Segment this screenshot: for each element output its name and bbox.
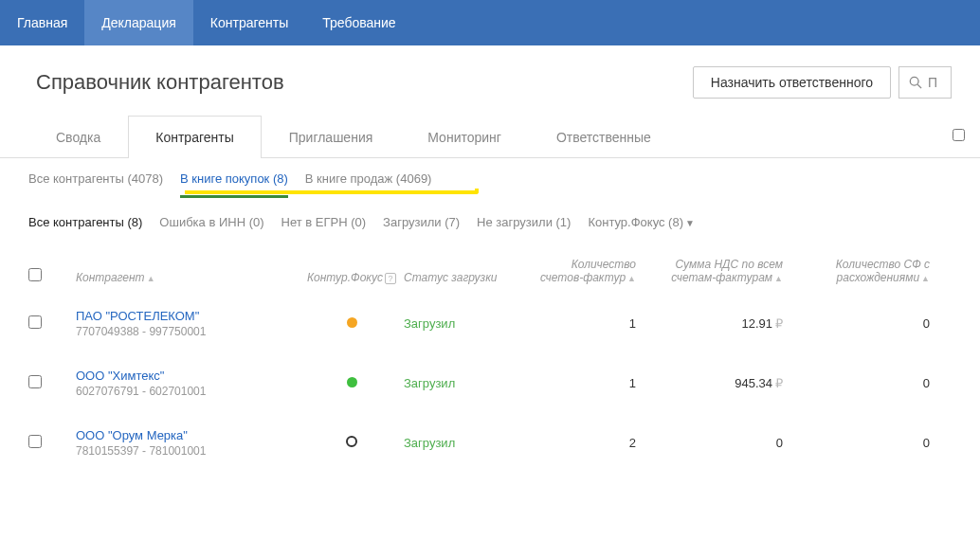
filter-item[interactable]: Нет в ЕГРН (0) (281, 215, 367, 229)
sum-cell: 12.91₽ (636, 316, 783, 331)
focus-cell (299, 436, 404, 450)
sort-arrow-icon: ▲ (147, 274, 155, 283)
status-text: Загрузил (404, 436, 455, 450)
status-dot-icon (347, 317, 357, 328)
count-cell: 1 (527, 316, 636, 331)
company-cell: ООО "Химтекс"6027076791 - 602701001 (76, 369, 299, 398)
company-link[interactable]: ПАО "РОСТЕЛЕКОМ" (76, 309, 299, 323)
count-cell: 2 (527, 436, 636, 450)
tabs-right-checkbox[interactable] (953, 129, 965, 144)
table-row: ПАО "РОСТЕЛЕКОМ"7707049388 - 997750001За… (0, 294, 980, 353)
search-placeholder: П (928, 75, 937, 90)
header-discrepancy[interactable]: Количество СФ с расхождениями▲ (783, 258, 930, 284)
status-dot-icon (346, 436, 357, 447)
company-cell: ПАО "РОСТЕЛЕКОМ"7707049388 - 997750001 (76, 309, 299, 338)
chevron-down-icon: ▼ (685, 218, 695, 228)
tab[interactable]: Сводка (28, 116, 128, 158)
status-cell: Загрузил (404, 436, 527, 450)
topnav-item[interactable]: Требование (305, 0, 412, 45)
topnav-item[interactable]: Декларация (84, 0, 193, 45)
focus-cell (299, 376, 404, 390)
tab[interactable]: Ответственные (529, 116, 679, 158)
subtabs: Все контрагенты (4078)В книге покупок (8… (0, 158, 980, 198)
sort-arrow-icon: ▲ (774, 274, 783, 283)
header-focus[interactable]: Контур.Фокус? (299, 271, 404, 284)
status-dot-icon (347, 377, 357, 387)
select-all-checkbox[interactable] (28, 268, 42, 281)
row-checkbox[interactable] (28, 315, 42, 329)
sum-cell: 945.34₽ (636, 376, 783, 390)
company-link[interactable]: ООО "Орум Мерка" (76, 428, 299, 442)
main-tabs: СводкаКонтрагентыПриглашенияМониторингОт… (0, 116, 980, 158)
discrepancy-cell: 0 (783, 376, 930, 390)
row-checkbox-cell (28, 435, 76, 451)
header-name[interactable]: Контрагент▲ (76, 271, 299, 284)
sort-arrow-icon: ▲ (627, 274, 636, 283)
status-text: Загрузил (404, 376, 455, 390)
status-cell: Загрузил (404, 316, 527, 331)
company-cell: ООО "Орум Мерка"7810155397 - 781001001 (76, 428, 299, 458)
sort-arrow-icon: ▲ (921, 274, 930, 283)
page-title: Справочник контрагентов (36, 70, 284, 95)
filter-item[interactable]: Не загрузили (1) (477, 215, 571, 229)
table-row: ООО "Химтекс"6027076791 - 602701001Загру… (0, 353, 980, 413)
help-icon[interactable]: ? (385, 273, 396, 284)
filter-item[interactable]: Все контрагенты (8) (28, 215, 142, 229)
company-inn: 6027076791 - 602701001 (76, 385, 299, 398)
company-link[interactable]: ООО "Химтекс" (76, 369, 299, 383)
assign-responsible-button[interactable]: Назначить ответственного (693, 66, 891, 99)
discrepancy-cell: 0 (783, 316, 930, 331)
svg-line-1 (917, 84, 921, 88)
filter-bar: Все контрагенты (8)Ошибка в ИНН (0)Нет в… (0, 198, 980, 243)
sum-cell: 0 (636, 436, 783, 450)
discrepancy-cell: 0 (783, 436, 930, 450)
subtab[interactable]: В книге покупок (8) (180, 171, 288, 198)
top-nav: ГлавнаяДекларацияКонтрагентыТребование (0, 0, 980, 45)
header-actions: Назначить ответственного П (693, 66, 952, 99)
header-status: Статус загрузки (404, 271, 527, 284)
topnav-item[interactable]: Контрагенты (193, 0, 305, 45)
company-inn: 7810155397 - 781001001 (76, 444, 299, 458)
table-header: Контрагент▲ Контур.Фокус? Статус загрузк… (0, 243, 980, 294)
search-input[interactable]: П (898, 66, 952, 99)
row-checkbox-cell (28, 375, 76, 391)
svg-point-0 (910, 77, 918, 85)
subtab[interactable]: Все контрагенты (4078) (28, 171, 163, 198)
row-checkbox[interactable] (28, 435, 42, 448)
app-window: ГлавнаяДекларацияКонтрагентыТребование С… (0, 0, 980, 540)
row-checkbox[interactable] (28, 375, 42, 388)
header-checkbox-cell (28, 268, 76, 284)
header-count[interactable]: Количество счетов-фактур▲ (527, 258, 636, 284)
status-cell: Загрузил (404, 376, 527, 390)
count-cell: 1 (527, 376, 636, 390)
header-sum[interactable]: Сумма НДС по всем счетам-фактурам▲ (636, 258, 783, 284)
filter-item[interactable]: Ошибка в ИНН (0) (159, 215, 263, 229)
table-row: ООО "Орум Мерка"7810155397 - 781001001За… (0, 413, 980, 473)
tab[interactable]: Мониторинг (400, 116, 529, 158)
page-header: Справочник контрагентов Назначить ответс… (0, 45, 980, 116)
filter-item[interactable]: Загрузили (7) (383, 215, 460, 229)
status-text: Загрузил (404, 316, 455, 331)
focus-cell (299, 316, 404, 331)
row-checkbox-cell (28, 315, 76, 332)
tab[interactable]: Контрагенты (128, 116, 261, 158)
search-icon (909, 76, 922, 89)
company-inn: 7707049388 - 997750001 (76, 325, 299, 338)
subtab[interactable]: В книге продаж (4069) (305, 171, 432, 198)
tab[interactable]: Приглашения (262, 116, 401, 158)
filter-item[interactable]: Контур.Фокус (8)▼ (588, 215, 695, 229)
topnav-item[interactable]: Главная (0, 0, 84, 45)
table-body: ПАО "РОСТЕЛЕКОМ"7707049388 - 997750001За… (0, 294, 980, 473)
counterparty-table: Контрагент▲ Контур.Фокус? Статус загрузк… (0, 243, 980, 473)
